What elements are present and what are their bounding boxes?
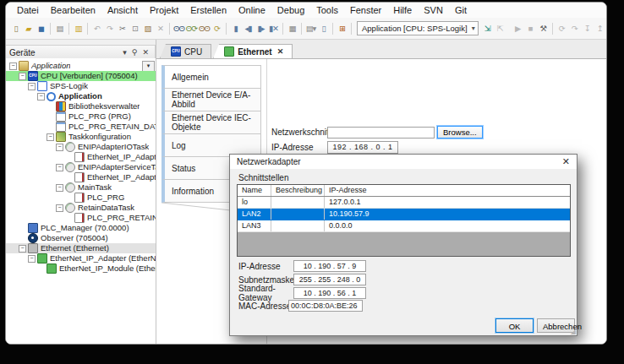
start-icon[interactable]: ▶ <box>512 21 524 35</box>
tree-item-plc-prg-prg[interactable]: PLC_PRG (PRG) <box>6 111 156 122</box>
tree-item-retaindatatask[interactable]: −RetainDataTask <box>6 203 156 213</box>
undo-icon[interactable]: ↶ <box>90 21 103 35</box>
replace-next-icon[interactable]: ⟳ <box>211 21 223 35</box>
single-cycle-icon[interactable]: ⟳ <box>556 21 568 35</box>
chevron-down-icon[interactable]: ▾ <box>472 24 475 32</box>
search-next-icon[interactable]: ʘ⟳ <box>185 21 198 35</box>
redo-icon[interactable]: ↷ <box>103 21 116 35</box>
expander-icon[interactable]: − <box>19 245 26 253</box>
expander-icon[interactable]: − <box>37 93 45 101</box>
active-application-selector[interactable]: Application [CPU: SPS-Logik]▾ <box>357 21 479 35</box>
dialog-close-icon[interactable]: ✕ <box>562 156 570 167</box>
browse-button[interactable]: Browse... <box>437 126 483 139</box>
open-project-icon[interactable]: ▰ <box>22 21 35 35</box>
tree-root-dropdown-icon[interactable]: ▾ <box>142 61 155 71</box>
editor-sidebar-item-allgemein[interactable]: Allgemein <box>161 65 261 89</box>
tree-item-maintask[interactable]: −MainTask <box>6 182 156 193</box>
dialog-titlebar[interactable]: Netzwerkadapter ✕ <box>230 155 577 169</box>
save-icon[interactable]: ◼ <box>35 21 47 35</box>
tree-item-observer-705004[interactable]: Observer (705004) <box>6 233 156 243</box>
dialog-ip-value[interactable]: 10 . 190 . 57 . 9 <box>293 260 366 272</box>
menu-item-bearbeiten[interactable]: Bearbeiten <box>45 5 101 15</box>
tree-item-application[interactable]: −Application▾ <box>6 61 156 71</box>
copy-project-icon[interactable]: ▥ <box>72 21 85 35</box>
tree-item-plc-prg-retain-data[interactable]: PLC_PRG_RETAIN_DATA <box>6 213 156 223</box>
print-icon[interactable]: ▤ <box>53 21 66 35</box>
menu-item-tools[interactable]: Tools <box>310 5 344 15</box>
expander-icon[interactable]: − <box>19 73 26 80</box>
reset-icon[interactable]: ⟲ <box>606 21 607 35</box>
tree-item-taskkonfiguration[interactable]: −Taskkonfiguration <box>6 132 156 142</box>
tree-item-plc-prg-retain-data-prg[interactable]: PLC_PRG_RETAIN_DATA (PRG) <box>6 122 156 132</box>
tree-item-application[interactable]: −Application <box>6 91 156 101</box>
table-row-lan2[interactable]: LAN210.190.57.9 <box>238 209 570 220</box>
menu-item-hilfe[interactable]: Hilfe <box>387 5 418 15</box>
menu-item-datei[interactable]: Datei <box>11 5 45 15</box>
tree-item-sps-logik[interactable]: −SPS-Logik <box>6 81 156 91</box>
build-icon[interactable]: ⚒ <box>537 21 550 35</box>
tree-item-ethernet-ip-adapter-ser[interactable]: EtherNet_IP_Adapter.Ser <box>6 172 156 182</box>
close-icon[interactable]: ✕ <box>140 48 151 57</box>
stop-icon[interactable]: ■ <box>524 21 537 35</box>
tree-item-enipadapteriotask[interactable]: −ENIPAdapterIOTask <box>6 142 156 152</box>
expander-icon[interactable]: − <box>47 133 54 141</box>
menu-item-svn[interactable]: SVN <box>418 5 449 15</box>
toggle-bookmark-icon[interactable]: ▮ <box>229 21 242 35</box>
expander-icon[interactable]: − <box>56 164 63 171</box>
logout-icon[interactable]: ⇱ <box>494 21 506 35</box>
dialog-subnet-value[interactable]: 255 . 255 . 248 . 0 <box>293 274 366 285</box>
dialog-gateway-value[interactable]: 10 . 190 . 56 . 1 <box>293 287 366 299</box>
edit-object-icon[interactable]: ▯ <box>317 21 330 35</box>
menu-item-fenster[interactable]: Fenster <box>344 5 387 15</box>
paste-icon[interactable]: ▨ <box>141 21 154 35</box>
step-over-icon[interactable]: ↷ <box>568 21 581 35</box>
expander-icon[interactable]: − <box>9 62 17 70</box>
step-into-icon[interactable]: ↧ <box>581 21 594 35</box>
column-header-ip-adresse[interactable]: IP-Adresse <box>325 185 570 196</box>
tree-item-plc-manager-70-0000[interactable]: PLC_Manager (70.0000) <box>6 223 156 233</box>
tree-item-plc-prg[interactable]: PLC_PRG <box>6 193 156 203</box>
tree-item-ethernet-ip-adapter-ioc[interactable]: EtherNet_IP_Adapter.IOC <box>6 152 156 162</box>
new-file-icon[interactable]: ▯ <box>9 21 22 35</box>
chevron-down-icon[interactable]: ▾ <box>120 48 129 57</box>
login-icon[interactable]: ⇲ <box>481 21 494 35</box>
menu-item-ansicht[interactable]: Ansicht <box>101 5 144 15</box>
ip-address-value[interactable]: 192 . 168 . 0 . 1 <box>327 141 398 154</box>
editor-sidebar-item-ethernet-device-e-a-abbild[interactable]: Ethernet Device E/A-Abbild <box>161 89 261 111</box>
refactor-icon[interactable]: ▦ <box>286 21 298 35</box>
step-out-icon[interactable]: ↥ <box>594 21 606 35</box>
expander-icon[interactable]: − <box>28 255 36 263</box>
copy-icon[interactable]: ⊡ <box>129 21 141 35</box>
tab-cpu[interactable]: CPU <box>160 44 211 58</box>
menu-item-git[interactable]: Git <box>449 5 473 15</box>
tab-ethernet[interactable]: Ethernet ✕ <box>213 44 293 58</box>
table-row-lan3[interactable]: LAN30.0.0.0 <box>238 220 570 232</box>
menu-item-online[interactable]: Online <box>233 5 271 15</box>
expander-icon[interactable]: − <box>56 144 63 151</box>
expander-icon[interactable]: − <box>56 204 63 212</box>
new-object-icon[interactable]: ▤▾ <box>304 21 317 35</box>
cancel-button[interactable]: Abbrechen <box>537 318 575 333</box>
ok-button[interactable]: OK <box>495 318 534 333</box>
delete-icon[interactable]: ✕ <box>154 21 167 35</box>
column-header-name[interactable]: Name <box>238 185 271 196</box>
expander-icon[interactable]: − <box>56 184 63 192</box>
device-catalog-icon[interactable]: ⊞ <box>336 21 348 35</box>
clear-bookmarks-icon[interactable]: ▮✕ <box>267 21 280 35</box>
table-row-lo[interactable]: lo127.0.0.1 <box>238 197 570 209</box>
network-interface-input[interactable] <box>327 127 435 139</box>
tree-item-enipadapterservicetask[interactable]: −ENIPAdapterServiceTask <box>6 162 156 172</box>
menu-item-projekt[interactable]: Projekt <box>144 5 184 15</box>
expander-icon[interactable]: − <box>28 83 36 90</box>
tab-close-icon[interactable]: ✕ <box>277 47 284 56</box>
tree-item-ethernet-ip-adapter-ethernet-ip-ad[interactable]: −EtherNet_IP_Adapter (EtherNet/IP Ad <box>6 253 156 263</box>
interfaces-table[interactable]: NameBeschreibungIP-Adresselo127.0.0.1LAN… <box>237 184 571 257</box>
pin-icon[interactable]: ⚲ <box>129 48 140 57</box>
search-icon[interactable]: ʘʘ <box>172 21 185 35</box>
tree-item-ethernet-ethernet[interactable]: −Ethernet (Ethernet) <box>6 243 156 253</box>
tree-item-cpu-verbunden-705004[interactable]: −CPU [Verbunden] (705004) <box>6 71 156 81</box>
tree-item-bibliotheksverwalter[interactable]: Bibliotheksverwalter <box>6 101 156 111</box>
resize-grip-icon[interactable]: ◢ <box>571 328 576 335</box>
cut-icon[interactable]: ✂ <box>116 21 129 35</box>
tree-item-ethernet-ip-module-ethernet-ip[interactable]: EtherNet_IP_Module (EtherNet/IP <box>6 263 156 274</box>
